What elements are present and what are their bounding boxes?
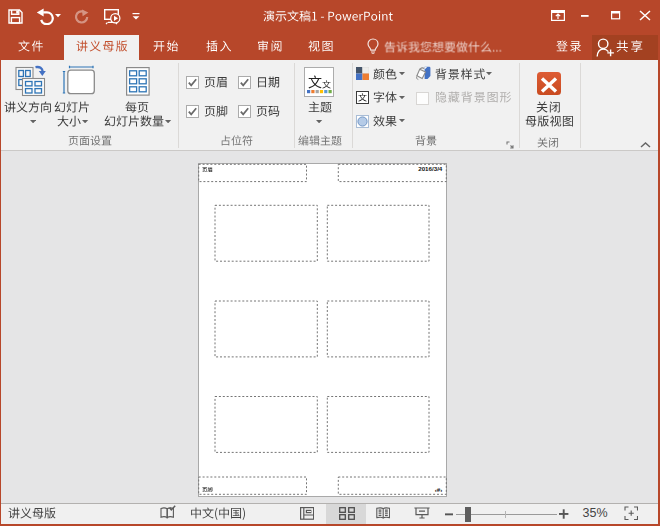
svg-text:2016/3/4: 2016/3/4: [418, 165, 443, 172]
svg-text:‹#›: ‹#›: [435, 485, 443, 492]
